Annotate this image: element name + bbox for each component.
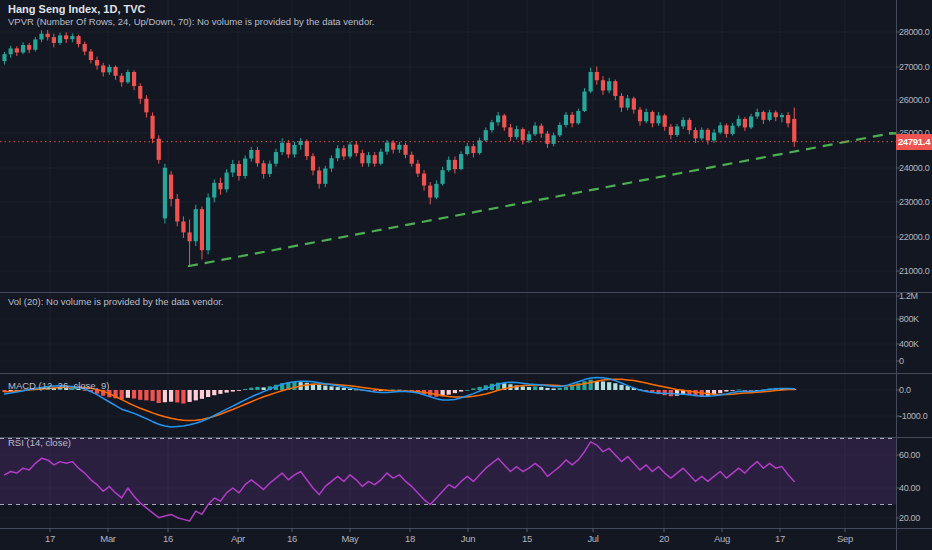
macd-histogram-bar	[582, 381, 586, 390]
candle-body	[465, 146, 469, 154]
rsi-indicator-legend[interactable]: RSI (14, close)	[8, 437, 71, 449]
candle-body	[33, 40, 37, 50]
macd-histogram-bar	[225, 390, 229, 393]
candle-body	[521, 129, 525, 140]
candle-body	[749, 116, 753, 127]
price-tick-label: 21000.0	[899, 266, 929, 276]
candle-body	[663, 115, 667, 126]
time-tick-label: Aug	[714, 534, 730, 544]
candle-body	[89, 51, 93, 60]
candle-body	[373, 155, 377, 164]
candle-body	[169, 175, 173, 199]
candle-body	[644, 112, 648, 121]
candle-body	[58, 35, 62, 43]
candle-body	[342, 148, 346, 156]
candle-body	[181, 221, 185, 232]
volume-tick-label: 800K	[899, 314, 919, 324]
volume-indicator-legend[interactable]: Vol (20): No volume is provided by the d…	[8, 296, 223, 308]
candle-body	[743, 119, 747, 128]
candle-body	[626, 98, 630, 107]
macd-histogram-bar	[595, 381, 599, 390]
macd-histogram-bar	[675, 390, 679, 396]
rsi-tick-label: 20.00	[899, 513, 920, 523]
candle-body	[712, 133, 716, 141]
candle-body	[83, 44, 87, 52]
price-tick-label: 24000.0	[899, 163, 929, 173]
macd-histogram-bar	[243, 389, 247, 390]
candle-body	[305, 141, 309, 156]
macd-histogram-bar	[607, 382, 611, 390]
candle-body	[459, 154, 463, 169]
candle-body	[724, 125, 728, 134]
macd-histogram-bar	[237, 390, 241, 391]
volume-tick-label: 1.2M	[899, 291, 918, 301]
time-tick-label: 20	[659, 534, 669, 544]
price-tick-label: 22000.0	[899, 232, 929, 242]
macd-indicator-legend[interactable]: MACD (12, 26, close, 9)	[8, 380, 109, 392]
candle-body	[323, 168, 327, 183]
macd-histogram-bar	[262, 387, 266, 390]
time-tick-label: 17	[775, 534, 785, 544]
macd-histogram-bar	[589, 380, 593, 390]
candle-body	[589, 72, 593, 91]
chart-canvas[interactable]	[0, 0, 932, 550]
candle-body	[403, 145, 407, 155]
candle-body	[120, 76, 124, 82]
volume-tick-label: 400K	[899, 339, 919, 349]
candle-body	[311, 156, 315, 170]
candle-body	[477, 140, 481, 153]
candle-body	[730, 126, 734, 134]
candle-body	[144, 99, 148, 113]
macd-tick-label: -1000.0	[899, 411, 927, 421]
macd-histogram-bar	[126, 390, 130, 398]
macd-histogram-bar	[558, 388, 562, 390]
candle-body	[502, 115, 506, 127]
candle-body	[595, 72, 599, 80]
candle-body	[601, 80, 605, 90]
candle-body	[397, 145, 401, 150]
macd-histogram-bar	[305, 383, 309, 390]
time-axis[interactable]: 17Mar16Apr16May18Jun15Jul20Aug17Sep	[0, 528, 932, 550]
candle-body	[101, 66, 105, 73]
candle-body	[545, 134, 549, 144]
macd-histogram-bar	[206, 390, 210, 397]
macd-histogram-bar	[323, 386, 327, 390]
candle-body	[255, 150, 259, 163]
macd-histogram-bar	[447, 390, 451, 395]
macd-histogram-bar	[619, 385, 623, 390]
macd-histogram-bar	[132, 390, 136, 399]
macd-histogram-bar	[342, 388, 346, 390]
macd-histogram-bar	[601, 381, 605, 390]
macd-signal-line	[5, 379, 795, 420]
time-tick-label: Jul	[587, 534, 598, 544]
candle-body	[126, 72, 130, 82]
candle-body	[360, 153, 364, 163]
candle-body	[237, 164, 241, 176]
candle-body	[706, 130, 710, 141]
candle-body	[447, 160, 451, 170]
macd-histogram-bar	[527, 387, 531, 390]
candle-body	[767, 112, 771, 120]
macd-histogram-bar	[255, 387, 259, 390]
candle-body	[527, 134, 531, 140]
candle-body	[582, 92, 586, 111]
rsi-tick-label: 40.00	[899, 483, 920, 493]
candle-body	[490, 122, 494, 130]
price-axis[interactable]: 28000.027000.026000.025000.024000.023000…	[896, 0, 932, 528]
symbol-title[interactable]: Hang Seng Index, 1D, TVC	[8, 3, 374, 16]
macd-histogram-bar	[718, 390, 722, 393]
candle-body	[132, 72, 136, 86]
candle-body	[317, 171, 321, 184]
macd-histogram-bar	[292, 382, 296, 390]
macd-histogram-bar	[552, 388, 556, 390]
candle-body	[786, 115, 790, 123]
time-tick-label: 16	[163, 534, 173, 544]
candle-body	[280, 143, 284, 152]
candle-body	[453, 160, 457, 169]
vpvr-indicator-legend[interactable]: VPVR (Number Of Rows, 24, Up/Down, 70): …	[8, 16, 374, 28]
time-tick-label: May	[341, 534, 358, 544]
macd-histogram-bar	[188, 390, 192, 402]
macd-histogram-bar	[471, 388, 475, 390]
macd-histogram-bar	[533, 386, 537, 390]
candle-body	[95, 60, 99, 65]
